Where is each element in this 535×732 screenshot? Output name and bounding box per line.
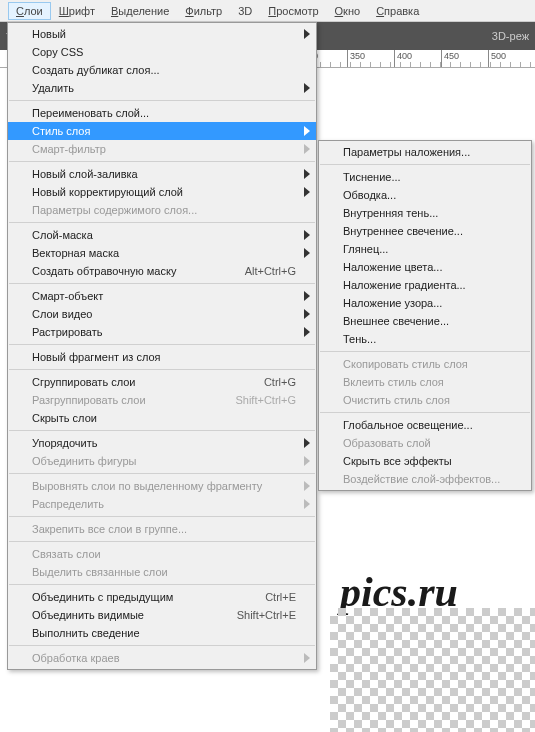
menu-item-label: Удалить [32,82,74,94]
layer-style-submenu-item[interactable]: Наложение градиента... [319,276,531,294]
submenu-arrow-icon [304,327,310,337]
layers-menu-item[interactable]: Новый слой-заливка [8,165,316,183]
layers-menu-item[interactable]: Скрыть слои [8,409,316,427]
layers-menu-item[interactable]: Переименовать слой... [8,104,316,122]
menu-item-label: Создать дубликат слоя... [32,64,160,76]
menu-item-label: Параметры содержимого слоя... [32,204,197,216]
layers-menu: НовыйCopy CSSСоздать дубликат слоя...Уда… [7,22,317,670]
layers-menu-item[interactable]: Упорядочить [8,434,316,452]
menu-separator [9,516,315,517]
layers-menu-item[interactable]: Новый корректирующий слой [8,183,316,201]
layers-menu-item: Выделить связанные слои [8,563,316,581]
menu-item-label: Очистить стиль слоя [343,394,450,406]
layer-style-submenu-item: Очистить стиль слоя [319,391,531,409]
menu-item-label: Новый корректирующий слой [32,186,183,198]
menu-item-label: Смарт-объект [32,290,103,302]
layers-menu-item: Связать слои [8,545,316,563]
layers-menu-item[interactable]: Новый [8,25,316,43]
submenu-arrow-icon [304,653,310,663]
menu-item-label: Наложение градиента... [343,279,466,291]
layer-style-submenu-item: Вклеить стиль слоя [319,373,531,391]
layer-style-submenu-item[interactable]: Внутренняя тень... [319,204,531,222]
layers-menu-item[interactable]: Сгруппировать слоиCtrl+G [8,373,316,391]
menu-item-label: Copy CSS [32,46,83,58]
submenu-arrow-icon [304,309,310,319]
layers-menu-item[interactable]: Слои видео [8,305,316,323]
layer-style-submenu-item[interactable]: Тень... [319,330,531,348]
menu-item-label: Объединить видимые [32,609,144,621]
layers-menu-item[interactable]: Слой-маска [8,226,316,244]
layers-menu-item[interactable]: Смарт-объект [8,287,316,305]
menubar-item-3d[interactable]: 3D [230,2,260,20]
layers-menu-item: Смарт-фильтр [8,140,316,158]
layers-menu-item: Объединить фигуры [8,452,316,470]
layers-menu-item[interactable]: Объединить с предыдущимCtrl+E [8,588,316,606]
layer-style-submenu-item[interactable]: Внешнее свечение... [319,312,531,330]
menu-item-label: Распределить [32,498,104,510]
layers-menu-item: Распределить [8,495,316,513]
menu-item-label: Выполнить сведение [32,627,140,639]
layer-style-submenu-item[interactable]: Глобальное освещение... [319,416,531,434]
menubar-item-фильтр[interactable]: Фильтр [177,2,230,20]
menubar-item-выделение[interactable]: Выделение [103,2,177,20]
layers-menu-item[interactable]: Стиль слоя [8,122,316,140]
menu-item-label: Переименовать слой... [32,107,149,119]
menu-item-label: Объединить фигуры [32,455,136,467]
menubar-item-справка[interactable]: Справка [368,2,427,20]
mode-3d-label[interactable]: 3D-реж [492,30,529,42]
menu-item-label: Скрыть слои [32,412,97,424]
layers-menu-item: Разгруппировать слоиShift+Ctrl+G [8,391,316,409]
ruler-tick-label: 500 [491,51,506,61]
menu-item-label: Обработка краев [32,652,120,664]
submenu-arrow-icon [304,144,310,154]
layers-menu-item[interactable]: Выполнить сведение [8,624,316,642]
layer-style-submenu-item[interactable]: Глянец... [319,240,531,258]
menubar-item-просмотр[interactable]: Просмотр [260,2,326,20]
submenu-arrow-icon [304,291,310,301]
menu-item-label: Закрепить все слои в группе... [32,523,187,535]
menu-item-label: Наложение узора... [343,297,442,309]
layers-menu-item[interactable]: Создать дубликат слоя... [8,61,316,79]
menu-item-label: Внутренняя тень... [343,207,438,219]
menu-item-label: Векторная маска [32,247,119,259]
menubar-item-окно[interactable]: Окно [327,2,369,20]
menu-separator [9,283,315,284]
menu-separator [9,222,315,223]
menu-separator [9,161,315,162]
menu-separator [9,369,315,370]
layer-style-submenu-item: Воздействие слой-эффектов... [319,470,531,488]
layers-menu-item[interactable]: Создать обтравочную маскуAlt+Ctrl+G [8,262,316,280]
menu-separator [9,344,315,345]
menu-separator [9,541,315,542]
layer-style-submenu-item[interactable]: Внутреннее свечение... [319,222,531,240]
layer-style-submenu-item: Образовать слой [319,434,531,452]
menu-item-label: Упорядочить [32,437,97,449]
layers-menu-item[interactable]: Векторная маска [8,244,316,262]
transparency-checker [330,608,535,732]
menu-item-label: Новый слой-заливка [32,168,138,180]
menu-item-label: Тиснение... [343,171,401,183]
menu-separator [9,430,315,431]
layers-menu-item[interactable]: Растрировать [8,323,316,341]
menu-item-label: Создать обтравочную маску [32,265,176,277]
menu-item-label: Наложение цвета... [343,261,442,273]
layer-style-submenu-item[interactable]: Скрыть все эффекты [319,452,531,470]
menubar-item-шрифт[interactable]: Шрифт [51,2,103,20]
layer-style-submenu-item[interactable]: Наложение цвета... [319,258,531,276]
layers-menu-item[interactable]: Объединить видимыеShift+Ctrl+E [8,606,316,624]
layer-style-submenu-item[interactable]: Параметры наложения... [319,143,531,161]
menu-item-label: Стиль слоя [32,125,90,137]
menu-item-label: Новый фрагмент из слоя [32,351,161,363]
layer-style-submenu-item[interactable]: Тиснение... [319,168,531,186]
layers-menu-item: Закрепить все слои в группе... [8,520,316,538]
menu-item-label: Воздействие слой-эффектов... [343,473,500,485]
layer-style-submenu-item[interactable]: Наложение узора... [319,294,531,312]
layers-menu-item[interactable]: Удалить [8,79,316,97]
menu-item-label: Вклеить стиль слоя [343,376,444,388]
menu-item-label: Глянец... [343,243,388,255]
layer-style-submenu-item: Скопировать стиль слоя [319,355,531,373]
layers-menu-item[interactable]: Новый фрагмент из слоя [8,348,316,366]
layers-menu-item[interactable]: Copy CSS [8,43,316,61]
layer-style-submenu-item[interactable]: Обводка... [319,186,531,204]
menubar-item-слои[interactable]: Слои [8,2,51,20]
